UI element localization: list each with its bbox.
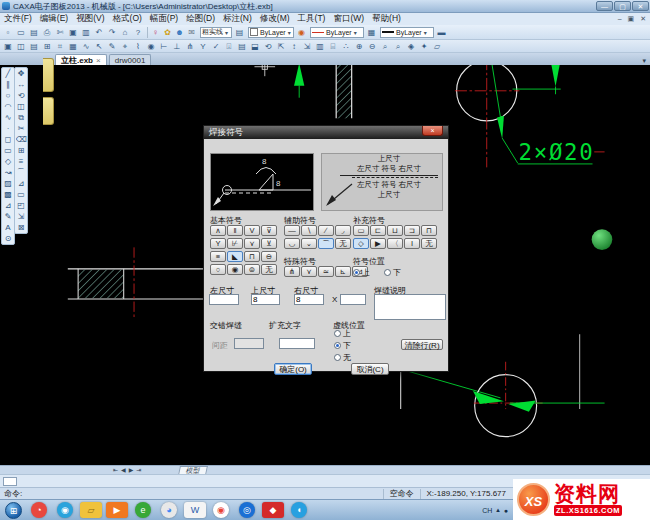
toolbar-icon[interactable]: ⌗: [54, 41, 66, 52]
menu-item[interactable]: 文件(F): [0, 13, 36, 23]
toolbar-icon[interactable]: ⊖: [366, 41, 378, 52]
start-button[interactable]: ⊞: [5, 502, 22, 519]
hatched-column[interactable]: [336, 65, 351, 118]
dialog-title-bar[interactable]: 焊接符号 ×: [204, 126, 448, 139]
count-input[interactable]: [340, 294, 366, 305]
menu-item[interactable]: 窗口(W): [329, 13, 368, 23]
basic-symbol-button[interactable]: ≡: [210, 251, 226, 262]
toolbar-icon[interactable]: ⇱: [275, 41, 287, 52]
menu-item[interactable]: 绘图(D): [182, 13, 219, 23]
toolbar-icon[interactable]: ▣: [67, 27, 79, 38]
toolbar-icon[interactable]: ↕: [288, 41, 300, 52]
draw-tool-icon[interactable]: ▩: [3, 189, 14, 200]
menu-item[interactable]: 标注(N): [219, 13, 256, 23]
top-dim-input[interactable]: [251, 294, 280, 305]
toolbar-icon[interactable]: ⊕: [353, 41, 365, 52]
dim-arrows-bottom[interactable]: [473, 391, 605, 412]
dashed-pos-option[interactable]: 下: [334, 340, 351, 351]
toolbar-icon[interactable]: ⌂: [119, 27, 131, 38]
basic-symbol-button[interactable]: V: [244, 225, 260, 236]
modify-tool-icon[interactable]: ◫: [16, 101, 27, 112]
draw-tool-icon[interactable]: ∥: [3, 79, 14, 90]
toolbar-mini-icon[interactable]: ✉: [186, 27, 197, 38]
docked-panel-tab-2[interactable]: [43, 97, 54, 125]
toolbar-icon[interactable]: ⊢: [158, 41, 170, 52]
special-symbol-button[interactable]: ⋔: [284, 266, 300, 277]
modify-tool-icon[interactable]: ⊿: [16, 178, 27, 189]
flange-band[interactable]: [68, 269, 221, 299]
supp-symbol-button[interactable]: ⊓: [421, 225, 437, 236]
basic-symbol-button[interactable]: ⊓: [244, 251, 260, 262]
basic-symbol-button[interactable]: ⋎: [244, 238, 260, 249]
command-input-box[interactable]: [3, 477, 17, 486]
draw-tool-icon[interactable]: ○: [3, 90, 14, 101]
taskbar-app-icon[interactable]: ◔: [31, 502, 47, 518]
supp-symbol-button[interactable]: ⊔: [387, 225, 403, 236]
special-symbol-button[interactable]: ⋎: [301, 266, 317, 277]
supp-symbol-button[interactable]: ◇: [353, 238, 369, 249]
aux-symbol-button[interactable]: ⌒: [318, 238, 334, 249]
ok-button[interactable]: 确定(O): [274, 363, 312, 375]
aux-symbol-button[interactable]: ◞: [335, 225, 351, 236]
supp-symbol-button[interactable]: ▶: [370, 238, 386, 249]
toolbar-icon[interactable]: ⌕: [392, 41, 404, 52]
modify-tool-icon[interactable]: ≡: [16, 156, 27, 167]
toolbar-icon[interactable]: ✦: [418, 41, 430, 52]
menu-item[interactable]: 幅面(P): [146, 13, 182, 23]
toolbar-icon[interactable]: ↶: [93, 27, 105, 38]
toolbar-mini-icon[interactable]: ✿: [162, 27, 173, 38]
right-dim-input[interactable]: [294, 294, 324, 305]
toolbar-icon[interactable]: ⌖: [119, 41, 131, 52]
draw-tool-icon[interactable]: ▨: [3, 178, 14, 189]
basic-symbol-button[interactable]: ◣: [227, 251, 243, 262]
window-control-button[interactable]: —: [596, 1, 613, 11]
menu-item[interactable]: 工具(T): [294, 13, 330, 23]
supp-symbol-button[interactable]: I: [404, 238, 420, 249]
tray-item[interactable]: CH: [482, 507, 492, 514]
draw-tool-icon[interactable]: ∿: [3, 112, 14, 123]
sheet-nav-arrow[interactable]: ⇤: [113, 466, 118, 474]
modify-tool-icon[interactable]: ⌫: [16, 134, 27, 145]
toolbar-icon[interactable]: ▣: [2, 41, 14, 52]
taskbar-app-icon[interactable]: ◖: [291, 502, 307, 518]
toolbar-icon[interactable]: ⌕: [379, 41, 391, 52]
toolbar-icon[interactable]: ▫: [2, 27, 14, 38]
toolbar-icon[interactable]: ⟲: [262, 41, 274, 52]
linetype-combo[interactable]: 粗实线▾: [200, 27, 232, 38]
modify-tool-icon[interactable]: ⟲: [16, 90, 27, 101]
toolbar-icon[interactable]: ⋔: [184, 41, 196, 52]
modify-tool-icon[interactable]: ▭: [16, 189, 27, 200]
tab-close-icon[interactable]: ×: [96, 56, 101, 65]
taskbar-app-icon[interactable]: ◕: [161, 502, 177, 518]
toolbar-icon[interactable]: ↖: [93, 41, 105, 52]
aux-symbol-button[interactable]: ∕: [318, 225, 334, 236]
draw-tool-icon[interactable]: ◠: [3, 101, 14, 112]
toolbar-icon[interactable]: ▦: [67, 41, 79, 52]
nav-ball-widget[interactable]: [592, 229, 613, 250]
taskbar-app-icon[interactable]: ▱: [80, 502, 102, 518]
basic-symbol-button[interactable]: ‖: [227, 225, 243, 236]
toolbar-icon[interactable]: ◉: [145, 41, 157, 52]
document-window-controls[interactable]: – ▣ ✕: [618, 15, 648, 23]
menu-item[interactable]: 修改(M): [256, 13, 294, 23]
modify-tool-icon[interactable]: ✂: [16, 123, 27, 134]
basic-symbol-button[interactable]: 无: [261, 264, 277, 275]
toolbar-icon[interactable]: ▤: [236, 41, 248, 52]
layer-bylayer-combo[interactable]: ByLayer▾: [248, 27, 294, 38]
modify-tool-icon[interactable]: ⧉: [16, 112, 27, 123]
symbol-position-option[interactable]: 下: [384, 267, 401, 278]
draw-tool-icon[interactable]: ⊙: [3, 233, 14, 244]
toolbar-icon[interactable]: ▭: [15, 27, 27, 38]
cancel-button[interactable]: 取消(C): [351, 363, 389, 375]
taskbar-app-icon[interactable]: e: [135, 502, 151, 518]
sheet-nav-arrow[interactable]: ◀: [121, 466, 126, 474]
taskbar-app-icon[interactable]: ▶: [106, 502, 128, 518]
aux-symbol-button[interactable]: ◡: [284, 238, 300, 249]
toolbar-icon[interactable]: ⊞: [41, 41, 53, 52]
toolbar-icon[interactable]: ✓: [210, 41, 222, 52]
toolbar-icon[interactable]: ▥: [80, 27, 92, 38]
menu-item[interactable]: 编辑(E): [36, 13, 72, 23]
color-wheel-icon[interactable]: ◉: [296, 27, 307, 38]
tray-item[interactable]: ●: [504, 507, 508, 514]
taskbar-app-icon[interactable]: ◆: [262, 502, 284, 518]
